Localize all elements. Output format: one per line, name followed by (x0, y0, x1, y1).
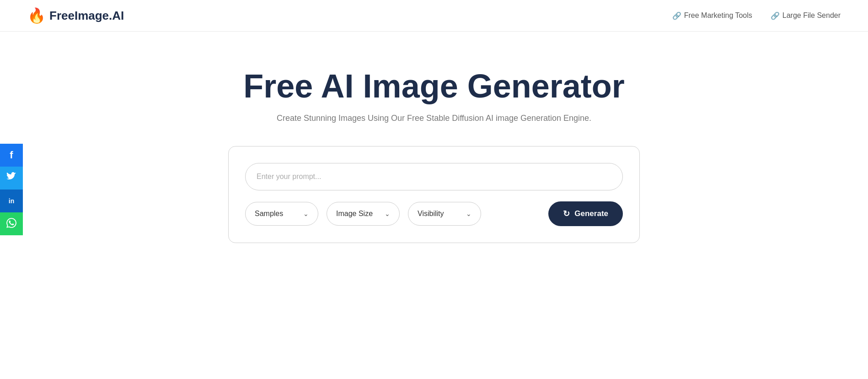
large-file-sender-link[interactable]: 🔗 Large File Sender (771, 11, 841, 20)
page-subtitle: Create Stunning Images Using Our Free St… (277, 114, 591, 123)
image-size-label: Image Size (336, 210, 380, 218)
header: 🔥 FreeImage.AI 🔗 Free Marketing Tools 🔗 … (0, 0, 868, 32)
visibility-label: Visibility (418, 210, 461, 218)
twitter-button[interactable] (0, 167, 23, 190)
controls-row: Samples ⌄ Image Size ⌄ Visibility ⌄ ↻ Ge… (245, 201, 623, 226)
generator-card: Samples ⌄ Image Size ⌄ Visibility ⌄ ↻ Ge… (228, 146, 640, 243)
logo[interactable]: 🔥 FreeImage.AI (27, 8, 124, 23)
visibility-dropdown[interactable]: Visibility ⌄ (408, 202, 481, 226)
generate-button[interactable]: ↻ Generate (548, 201, 623, 226)
logo-icon: 🔥 (27, 8, 46, 23)
link-icon-2: 🔗 (771, 11, 780, 20)
facebook-icon: f (10, 149, 13, 161)
samples-label: Samples (255, 210, 299, 218)
visibility-chevron-icon: ⌄ (466, 210, 472, 217)
facebook-button[interactable]: f (0, 144, 23, 167)
whatsapp-icon (6, 218, 16, 230)
free-marketing-tools-label: Free Marketing Tools (684, 11, 752, 20)
link-icon-1: 🔗 (672, 11, 681, 20)
prompt-input[interactable] (245, 163, 623, 190)
logo-text: FreeImage.AI (49, 9, 124, 23)
samples-dropdown[interactable]: Samples ⌄ (245, 202, 318, 226)
generate-label: Generate (574, 209, 608, 218)
free-marketing-tools-link[interactable]: 🔗 Free Marketing Tools (672, 11, 752, 20)
samples-chevron-icon: ⌄ (303, 210, 309, 217)
generate-icon: ↻ (563, 209, 570, 219)
image-size-chevron-icon: ⌄ (385, 210, 390, 217)
main-content: Free AI Image Generator Create Stunning … (0, 32, 868, 243)
page-title: Free AI Image Generator (243, 68, 625, 104)
nav-links: 🔗 Free Marketing Tools 🔗 Large File Send… (672, 11, 841, 20)
twitter-icon (6, 172, 16, 184)
large-file-sender-label: Large File Sender (782, 11, 841, 20)
linkedin-icon: in (9, 197, 14, 205)
whatsapp-button[interactable] (0, 212, 23, 235)
linkedin-button[interactable]: in (0, 190, 23, 212)
image-size-dropdown[interactable]: Image Size ⌄ (327, 202, 400, 226)
social-sidebar: f in (0, 144, 23, 235)
